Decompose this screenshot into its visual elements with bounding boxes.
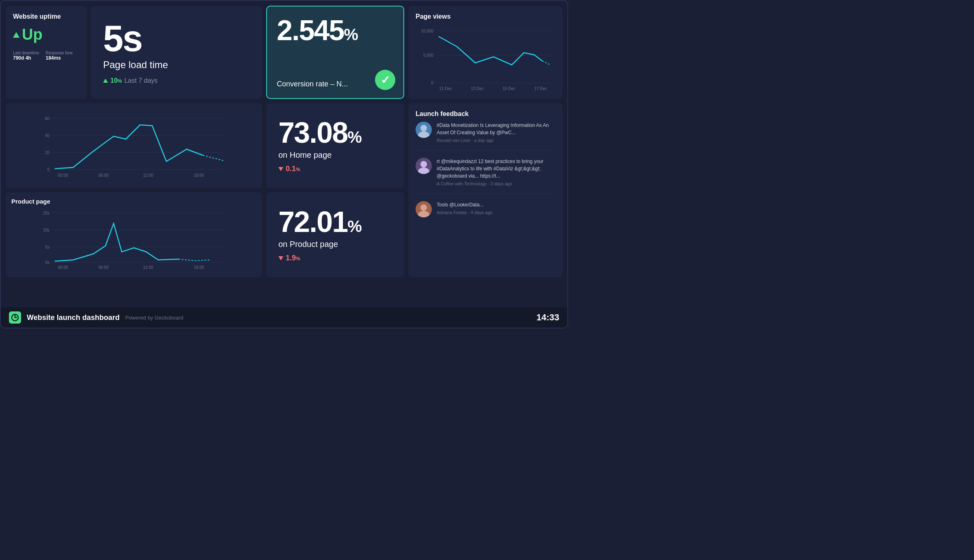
bounce-home-change-value: 0.1% <box>286 165 300 173</box>
page-views-title: Page views <box>416 13 555 20</box>
svg-point-26 <box>420 204 427 211</box>
svg-text:0: 0 <box>47 167 50 172</box>
conversion-check-icon: ✓ <box>375 70 395 90</box>
svg-point-27 <box>418 211 429 217</box>
svg-text:5,000: 5,000 <box>423 53 433 58</box>
svg-text:15s: 15s <box>43 211 50 215</box>
feedback-content: Tools @LookerData...Adriana Freitas · 4 … <box>437 201 493 217</box>
svg-text:11 Dec: 11 Dec <box>439 86 452 91</box>
svg-point-23 <box>418 131 429 138</box>
feedback-content: rt @mikequindazzi 12 best practices to b… <box>437 158 555 186</box>
uptime-details: Last downtime 790d 4h Response time 184m… <box>13 51 80 61</box>
svg-text:20: 20 <box>45 150 50 155</box>
svg-text:06:00: 06:00 <box>98 173 108 178</box>
svg-text:10,000: 10,000 <box>421 29 433 33</box>
product-chart-title: Product page <box>11 198 256 205</box>
change-value: 10% <box>110 77 122 84</box>
svg-text:5s: 5s <box>45 245 50 249</box>
feedback-text: #Data Monetization Is Leveraging Informa… <box>437 122 555 136</box>
svg-text:13 Dec: 13 Dec <box>471 86 484 91</box>
svg-text:12:00: 12:00 <box>143 173 153 178</box>
uptime-title: Website uptime <box>13 13 80 20</box>
uptime-card: Website uptime Up Last downtime 790d 4h … <box>6 6 87 99</box>
svg-point-24 <box>420 161 427 167</box>
feedback-meta: A Coffee with Technology · 3 days ago <box>437 181 555 186</box>
arrow-up-icon <box>103 79 108 83</box>
svg-text:12:00: 12:00 <box>143 265 153 270</box>
uptime-status: Up <box>13 26 80 43</box>
page-load-value: 5s <box>103 20 250 57</box>
top-traffic-chart: 60 40 20 0 00:00 06:00 12:00 18:00 <box>11 109 256 184</box>
feedback-meta: Adriana Freitas · 4 days ago <box>437 210 493 215</box>
page-load-label: Page load time <box>103 59 250 71</box>
launch-feedback-card: Launch feedback #Data Monetization Is Le… <box>408 103 562 277</box>
svg-text:00:00: 00:00 <box>58 173 68 178</box>
svg-point-25 <box>418 167 429 174</box>
launch-feedback-title: Launch feedback <box>416 110 555 118</box>
svg-text:40: 40 <box>45 133 50 138</box>
uptime-arrow-icon <box>13 32 19 38</box>
svg-text:10s: 10s <box>43 228 50 232</box>
page-views-chart: 10,000 5,000 0 11 Dec 13 Dec 15 Dec 17 D… <box>416 24 555 93</box>
arrow-down-icon <box>278 167 283 171</box>
avatar <box>416 122 432 138</box>
avatar <box>416 158 432 174</box>
conversion-label: Conversion rate – N... <box>277 80 348 88</box>
conversion-value: 2.545% <box>277 16 358 45</box>
footer-logo <box>9 311 21 324</box>
top-chart-card: 60 40 20 0 00:00 06:00 12:00 18:00 <box>6 103 262 188</box>
svg-text:18:00: 18:00 <box>194 265 204 270</box>
footer-title: Website launch dashboard <box>27 313 120 322</box>
footer-powered: Powered by Geckoboard <box>125 315 183 321</box>
svg-text:06:00: 06:00 <box>98 265 108 270</box>
svg-text:15 Dec: 15 Dec <box>502 86 515 91</box>
bounce-home-label: on Home page <box>278 150 392 160</box>
feedback-content: #Data Monetization Is Leveraging Informa… <box>437 122 555 143</box>
response-time: Response time 184ms <box>45 51 73 61</box>
dashboard: Website uptime Up Last downtime 790d 4h … <box>1 1 567 307</box>
svg-text:60: 60 <box>45 116 50 121</box>
svg-text:00:00: 00:00 <box>58 265 68 270</box>
bounce-home-change: 0.1% <box>278 165 392 173</box>
bounce-product-change: 1.9% <box>278 254 392 262</box>
footer: Website launch dashboard Powered by Geck… <box>1 307 567 328</box>
page-views-card: Page views 10,000 5,000 0 11 Dec 13 Dec … <box>408 6 562 99</box>
avatar <box>416 201 432 217</box>
svg-text:0s: 0s <box>45 260 50 265</box>
page-load-change: 10% Last 7 days <box>103 77 250 84</box>
bounce-home-card: 73.08% on Home page 0.1% <box>266 103 404 188</box>
bounce-product-change-value: 1.9% <box>286 254 300 262</box>
feedback-meta: Ronald van Loon · a day ago <box>437 138 555 143</box>
bounce-product-card: 72.01% on Product page 1.9% <box>266 192 404 277</box>
feedback-item: #Data Monetization Is Leveraging Informa… <box>416 122 555 150</box>
footer-time: 14:33 <box>537 312 559 323</box>
bounce-product-label: on Product page <box>278 240 392 249</box>
arrow-down-icon-2 <box>278 256 283 260</box>
change-period: Last 7 days <box>124 77 157 84</box>
bounce-home-value: 73.08% <box>278 118 392 147</box>
product-chart-card: Product page 15s 10s 5s 0s 00:00 06:00 1… <box>6 192 262 277</box>
feedback-text: rt @mikequindazzi 12 best practices to b… <box>437 158 555 180</box>
feedback-list: #Data Monetization Is Leveraging Informa… <box>416 122 555 225</box>
svg-text:17 Dec: 17 Dec <box>534 86 547 91</box>
feedback-item: Tools @LookerData...Adriana Freitas · 4 … <box>416 201 555 225</box>
bounce-product-value: 72.01% <box>278 207 392 236</box>
last-downtime: Last downtime 790d 4h <box>13 51 39 61</box>
product-traffic-chart: 15s 10s 5s 0s 00:00 06:00 12:00 18:00 <box>11 207 256 272</box>
feedback-text: Tools @LookerData... <box>437 201 493 208</box>
svg-text:18:00: 18:00 <box>194 173 204 178</box>
feedback-item: rt @mikequindazzi 12 best practices to b… <box>416 158 555 194</box>
svg-text:0: 0 <box>431 81 433 85</box>
svg-point-22 <box>420 125 427 131</box>
conversion-card: 2.545% Conversion rate – N... ✓ <box>266 6 404 99</box>
page-load-card: 5s Page load time 10% Last 7 days <box>91 6 262 99</box>
